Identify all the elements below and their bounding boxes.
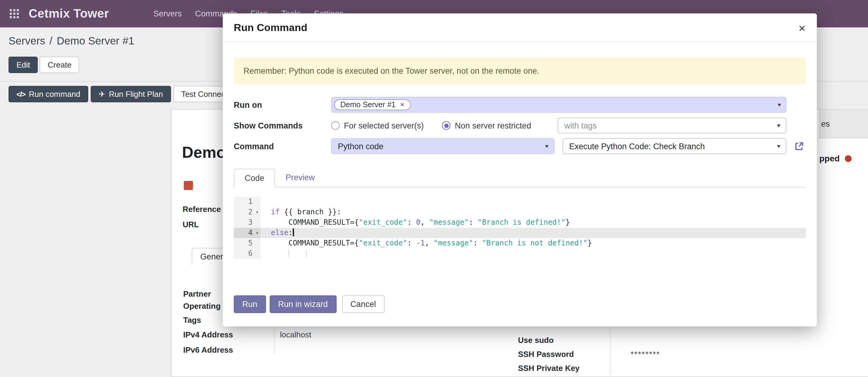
breadcrumb-servers[interactable]: Servers <box>8 35 45 48</box>
code-line-5: COMMAND_RESULT={"exit_code": -1, "messag… <box>260 238 806 249</box>
url-label: URL <box>183 220 199 229</box>
with-tags-dropdown[interactable]: with tags ▾ <box>558 118 786 134</box>
editor-gutter: 12▾34▾56 <box>234 197 260 259</box>
show-commands-fieldwrap: For selected server(s) Non server restri… <box>331 118 786 134</box>
command-label: Command <box>234 142 331 151</box>
radio-non-server-restricted-label[interactable]: Non server restricted <box>455 121 531 130</box>
status-stopped-dot <box>845 155 852 162</box>
radio-non-server-restricted[interactable] <box>442 121 451 130</box>
breadcrumb-separator: / <box>50 35 53 48</box>
code-editor[interactable]: 12▾34▾56 if {{ branch }}: COMMAND_RESULT… <box>234 197 806 259</box>
run-button[interactable]: Run <box>234 295 266 313</box>
run-on-fieldwrap: Demo Server #1 ✕ ▾ <box>331 97 786 113</box>
server-status: pped <box>819 153 852 163</box>
run-on-input[interactable]: Demo Server #1 ✕ ▾ <box>331 97 786 113</box>
run-on-row: Run on Demo Server #1 ✕ ▾ <box>234 97 806 113</box>
app-title: Cetmix Tower <box>29 7 109 21</box>
nav-item-servers[interactable]: Servers <box>153 9 182 18</box>
gutter-line-1: 1 <box>234 197 260 207</box>
ssh-private-key-label: SSH Private Key <box>518 364 580 373</box>
gutter-line-6: 6 <box>234 249 260 259</box>
column-divider-left <box>274 328 275 354</box>
editor-tabs: Code Preview <box>234 169 806 187</box>
close-icon[interactable]: ✕ <box>798 24 806 33</box>
status-text-fragment: pped <box>819 153 840 163</box>
code-line-6 <box>260 249 806 259</box>
radio-for-selected-servers[interactable] <box>331 121 340 130</box>
server-action-buttons: </> Run command ✈ Run Flight Plan Test C… <box>8 86 246 102</box>
ssh-password-label: SSH Password <box>518 350 574 359</box>
ipv4-label: IPv4 Address <box>183 330 233 339</box>
command-row: Command Python code ▾ Execute Python Cod… <box>234 138 806 154</box>
run-command-button[interactable]: </> Run command <box>8 86 88 102</box>
radio-for-selected-servers-label[interactable]: For selected server(s) <box>344 121 424 130</box>
gutter-line-5: 5 <box>234 238 260 249</box>
run-on-caret-icon[interactable]: ▾ <box>778 102 781 108</box>
code-icon: </> <box>17 90 25 98</box>
ipv4-value: localhost <box>280 330 311 339</box>
modal-footer: Run Run in wizard Cancel <box>223 295 817 326</box>
run-command-form: Run on Demo Server #1 ✕ ▾ Show Command <box>234 97 806 154</box>
tab-code[interactable]: Code <box>234 169 275 187</box>
code-fold-icon[interactable]: ▾ <box>256 207 259 218</box>
reference-label: Reference <box>183 205 221 214</box>
open-command-external-link-icon[interactable] <box>794 141 804 151</box>
ipv6-label: IPv6 Address <box>183 345 233 354</box>
use-sudo-label: Use sudo <box>518 336 554 345</box>
modal-title: Run Command <box>234 22 307 34</box>
apps-grid-icon[interactable] <box>8 8 20 19</box>
server-tag[interactable]: Demo Server #1 ✕ <box>334 99 410 110</box>
create-button[interactable]: Create <box>40 57 80 73</box>
card-subheader-strip: es <box>819 110 868 138</box>
tab-preview[interactable]: Preview <box>275 169 326 187</box>
indent-guide <box>288 250 289 258</box>
tab-fragment[interactable]: es <box>821 119 830 128</box>
ssh-password-value: ******** <box>630 350 660 359</box>
command-type-select[interactable]: Python code ▾ <box>331 138 555 154</box>
remove-tag-icon[interactable]: ✕ <box>400 102 404 108</box>
code-line-4: else: <box>260 228 806 238</box>
tags-label: Tags <box>183 316 201 325</box>
command-select[interactable]: Execute Python Code: Check Branch ▾ <box>562 138 786 154</box>
command-type-caret-icon: ▾ <box>546 143 549 149</box>
code-fold-icon[interactable]: ▾ <box>256 228 259 238</box>
show-commands-label: Show Commands <box>234 121 331 130</box>
indent-guide <box>306 250 307 258</box>
run-flight-plan-button[interactable]: ✈ Run Flight Plan <box>91 86 171 102</box>
server-color-swatch[interactable] <box>184 181 193 190</box>
edit-button[interactable]: Edit <box>8 57 38 73</box>
code-line-3: COMMAND_RESULT={"exit_code": 0, "message… <box>260 218 806 228</box>
cancel-button[interactable]: Cancel <box>342 295 384 313</box>
gutter-line-4[interactable]: 4▾ <box>234 228 260 238</box>
python-warning-alert: Remember: Python code is executed on the… <box>234 58 806 84</box>
gutter-line-3: 3 <box>234 218 260 228</box>
code-line-2: if {{ branch }}: <box>260 207 806 218</box>
show-commands-row: Show Commands For selected server(s) Non… <box>234 118 806 134</box>
modal-body: Remember: Python code is executed on the… <box>223 42 817 295</box>
breadcrumb-current: Demo Server #1 <box>57 35 134 48</box>
breadcrumb: Servers / Demo Server #1 <box>8 35 134 48</box>
modal-header: Run Command ✕ <box>223 13 817 42</box>
code-line-1 <box>260 197 806 207</box>
server-heading-fragment: Demo <box>182 143 226 162</box>
command-caret-icon: ▾ <box>777 143 781 149</box>
gutter-line-2[interactable]: 2▾ <box>234 207 260 218</box>
run-command-modal: Run Command ✕ Remember: Python code is e… <box>223 13 817 326</box>
app-root: Cetmix Tower Servers Commands Files Tool… <box>0 0 868 377</box>
column-divider-right <box>610 329 611 375</box>
run-in-wizard-button[interactable]: Run in wizard <box>270 295 337 313</box>
run-on-label: Run on <box>234 100 331 109</box>
operating-system-label: Operating <box>183 301 221 311</box>
editor-code-area: if {{ branch }}: COMMAND_RESULT={"exit_c… <box>260 197 806 259</box>
partner-label: Partner <box>183 289 211 298</box>
flight-plan-icon: ✈ <box>99 90 105 99</box>
record-actions: Edit Create <box>8 57 80 73</box>
text-cursor <box>293 228 294 236</box>
with-tags-caret-icon: ▾ <box>777 122 781 128</box>
